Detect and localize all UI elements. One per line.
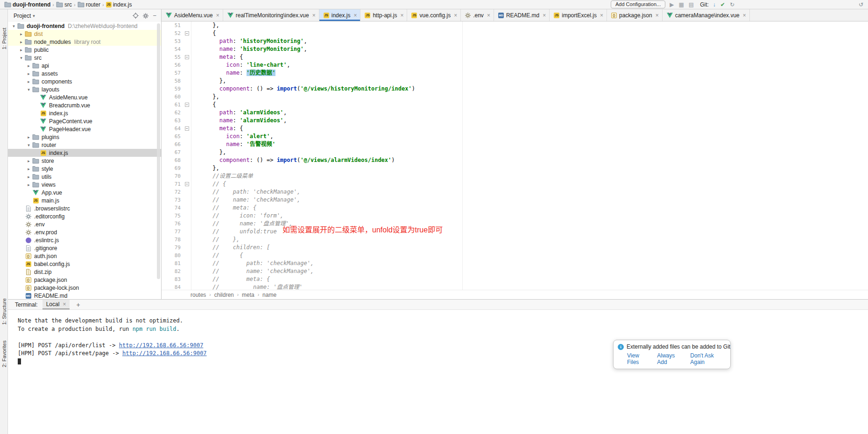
- tree-item-router[interactable]: ▾router: [8, 141, 161, 149]
- tree-item-plugins[interactable]: ▸plugins: [8, 133, 161, 141]
- tree-item-.env.prod[interactable]: .env.prod: [8, 228, 161, 236]
- code-editor[interactable]: 51 },52− {53 path: 'historyMonitoring',5…: [162, 21, 868, 290]
- tree-item-index.js[interactable]: JSindex.js: [8, 149, 161, 157]
- run-icon[interactable]: ▶: [670, 2, 674, 7]
- dont-ask-again-link[interactable]: Don't Ask Again: [690, 352, 726, 365]
- tree-item-.eslintrc.js[interactable]: .eslintrc.js: [8, 236, 161, 244]
- close-icon[interactable]: ×: [600, 12, 603, 19]
- coverage-icon[interactable]: ▦: [678, 2, 684, 7]
- tree-item-public[interactable]: ▸public: [8, 46, 161, 54]
- tree-item-package.json[interactable]: {}package.json: [8, 276, 161, 284]
- tool-button-project[interactable]: 1: Project: [0, 21, 7, 57]
- breadcrumb-item[interactable]: src: [55, 1, 73, 8]
- close-icon[interactable]: ×: [400, 12, 403, 19]
- tree-item-duoji-frontend[interactable]: ▾duoji-frontendD:\zheheWeb\duoji-fronten…: [8, 22, 161, 30]
- project-view-dropdown[interactable]: Project ▾: [14, 13, 35, 19]
- editor-tab[interactable]: JSvue.config.js×: [407, 9, 461, 21]
- editor-tab[interactable]: JShttp-api.js×: [360, 9, 407, 21]
- chevron-down-icon[interactable]: ▾: [18, 56, 24, 60]
- chevron-down-icon[interactable]: ▾: [26, 87, 32, 92]
- locate-file-icon[interactable]: [133, 13, 139, 19]
- close-icon[interactable]: ×: [216, 12, 219, 19]
- editor-breadcrumb-item[interactable]: name: [262, 292, 276, 298]
- close-icon[interactable]: ×: [312, 12, 316, 19]
- breadcrumb-item[interactable]: router: [76, 1, 102, 8]
- chevron-right-icon[interactable]: ▸: [26, 167, 32, 171]
- tree-item-.gitignore[interactable]: .gitignore: [8, 244, 161, 252]
- close-icon[interactable]: ×: [487, 12, 490, 19]
- tree-item-pageheader.vue[interactable]: PageHeader.vue: [8, 125, 161, 133]
- editor-tab[interactable]: .env×: [461, 9, 494, 21]
- tree-item-layouts[interactable]: ▾layouts: [8, 85, 161, 93]
- terminal-output[interactable]: Note that the development build is not o…: [8, 310, 868, 434]
- tree-item-dist[interactable]: ▸dist: [8, 30, 161, 38]
- chevron-right-icon[interactable]: ▸: [26, 135, 32, 140]
- tree-item-asidemenu.vue[interactable]: AsideMenu.vue: [8, 93, 161, 101]
- fold-icon[interactable]: −: [185, 31, 189, 35]
- add-configuration-button[interactable]: Add Configuration...: [611, 0, 665, 8]
- editor-tab[interactable]: AsideMenu.vue×: [162, 9, 223, 21]
- profiler-icon[interactable]: ▤: [689, 2, 694, 7]
- tree-item-babel.config.js[interactable]: JSbabel.config.js: [8, 260, 161, 268]
- tree-item-components[interactable]: ▸components: [8, 77, 161, 85]
- editor-tab[interactable]: cameraManage\index.vue×: [663, 9, 750, 21]
- terminal-tab-local[interactable]: Local ×: [42, 300, 70, 309]
- tree-item-assets[interactable]: ▸assets: [8, 70, 161, 77]
- fold-icon[interactable]: −: [185, 103, 189, 107]
- tree-item-api[interactable]: ▸api: [8, 62, 161, 70]
- fold-icon[interactable]: −: [185, 55, 189, 59]
- tree-item-breadcrumb.vue[interactable]: Breadcrumb.vue: [8, 101, 161, 109]
- tree-item-style[interactable]: ▸style: [8, 165, 161, 173]
- editor-breadcrumb-item[interactable]: routes: [191, 292, 206, 298]
- chevron-right-icon[interactable]: ▸: [26, 63, 32, 68]
- close-icon[interactable]: ×: [454, 12, 457, 19]
- tree-item-auth.json[interactable]: {}auth.json: [8, 252, 161, 260]
- hide-panel-icon[interactable]: −: [153, 12, 156, 19]
- chevron-right-icon[interactable]: ▸: [26, 159, 32, 163]
- close-icon[interactable]: ×: [353, 12, 357, 19]
- tree-item-src[interactable]: ▾src: [8, 54, 161, 62]
- editor-tab[interactable]: MDREADME.md×: [494, 9, 550, 21]
- fold-icon[interactable]: −: [185, 126, 189, 131]
- editor-tab[interactable]: realTimeMonitoring\index.vue×: [223, 9, 319, 21]
- tree-item-pagecontent.vue[interactable]: PageContent.vue: [8, 117, 161, 125]
- close-icon[interactable]: ×: [656, 12, 659, 19]
- tree-item-.editorconfig[interactable]: .editorconfig: [8, 212, 161, 220]
- history-icon[interactable]: ↻: [730, 2, 734, 7]
- tree-item-.env[interactable]: .env: [8, 220, 161, 228]
- tree-item-store[interactable]: ▸store: [8, 157, 161, 165]
- gear-icon[interactable]: [143, 13, 148, 19]
- chevron-down-icon[interactable]: ▾: [11, 24, 17, 28]
- tree-item-readme.md[interactable]: MDREADME.md: [8, 292, 161, 299]
- chevron-right-icon[interactable]: ▸: [26, 71, 32, 76]
- tree-item-main.js[interactable]: JSmain.js: [8, 196, 161, 204]
- tree-item-app.vue[interactable]: App.vue: [8, 189, 161, 196]
- rollback-icon[interactable]: ↺: [859, 2, 863, 7]
- tree-item-dist.zip[interactable]: dist.zip: [8, 268, 161, 276]
- chevron-right-icon[interactable]: ▸: [18, 32, 24, 36]
- terminal-link[interactable]: http://192.168.66.56:9007: [119, 342, 204, 349]
- fold-icon[interactable]: −: [185, 182, 189, 186]
- editor-breadcrumb-item[interactable]: children: [214, 292, 234, 298]
- tree-item-.browserslistrc[interactable]: .browserslistrc: [8, 204, 161, 212]
- new-terminal-tab-button[interactable]: +: [74, 301, 82, 308]
- editor-tab[interactable]: JSindex.js×: [319, 9, 361, 21]
- tree-item-index.js[interactable]: JSindex.js: [8, 109, 161, 117]
- tool-button-structure[interactable]: 1: Structure: [0, 291, 7, 332]
- breadcrumb-item[interactable]: duoji-frontend: [3, 1, 52, 8]
- chevron-right-icon[interactable]: ▸: [18, 48, 24, 52]
- chevron-right-icon[interactable]: ▸: [26, 175, 32, 179]
- tree-item-package-lock.json[interactable]: {}package-lock.json: [8, 284, 161, 292]
- editor-breadcrumb-item[interactable]: meta: [242, 292, 254, 298]
- editor-tab[interactable]: JSimportExcel.js×: [550, 9, 607, 21]
- terminal-link[interactable]: http://192.168.66.56:9007: [122, 350, 207, 357]
- chevron-down-icon[interactable]: ▾: [26, 143, 32, 147]
- chevron-right-icon[interactable]: ▸: [26, 182, 32, 187]
- view-files-link[interactable]: View Files: [627, 352, 650, 365]
- tree-item-node-modules[interactable]: ▸node_moduleslibrary root: [8, 38, 161, 46]
- project-scrollbar[interactable]: [157, 23, 160, 279]
- tool-button-favorites[interactable]: 2: Favorites: [0, 333, 7, 374]
- tree-item-utils[interactable]: ▸utils: [8, 173, 161, 181]
- git-update-icon[interactable]: ↓: [713, 2, 716, 7]
- git-commit-icon[interactable]: ✔: [720, 2, 725, 7]
